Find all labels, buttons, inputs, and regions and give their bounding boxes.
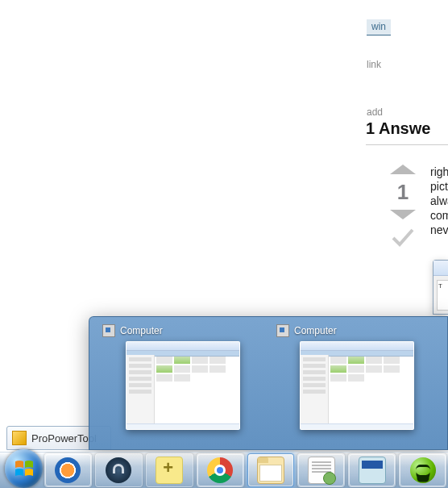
tab-favicon: [12, 431, 27, 445]
chrome-icon: [207, 457, 233, 483]
thumbnail-item[interactable]: Computer: [276, 323, 438, 430]
share-link[interactable]: link: [367, 58, 448, 72]
sticky-note-icon: [156, 457, 183, 484]
thumbnail-title: Computer: [120, 325, 163, 336]
taskbar-button-console[interactable]: [348, 453, 396, 487]
spotify-icon: [410, 457, 436, 483]
folder-icon: [257, 457, 284, 484]
notepad-icon: [308, 457, 335, 484]
tag-chip[interactable]: win: [367, 19, 391, 35]
taskbar-button-wmp[interactable]: [44, 453, 92, 487]
answer-body: righ pictu alwa com nev: [430, 165, 448, 237]
taskbar-thumbnail-flyout: Computer Computer: [89, 316, 448, 450]
downvote-button[interactable]: [390, 210, 416, 219]
computer-icon: [102, 324, 115, 337]
windows-logo-icon: [13, 457, 35, 480]
start-button[interactable]: [5, 449, 43, 488]
background-window-sliver: T: [433, 260, 448, 315]
thumbnail-title: Computer: [294, 325, 337, 336]
media-player-icon: [55, 457, 81, 483]
taskbar-button-explorer[interactable]: [247, 453, 295, 487]
taskbar-button-sticky[interactable]: [146, 453, 193, 487]
thumbnail-item[interactable]: Computer: [102, 323, 263, 430]
console-icon: [359, 457, 386, 484]
vote-score: 1: [387, 177, 419, 206]
window-thumbnail[interactable]: [126, 341, 240, 430]
taskbar-button-spotify[interactable]: [399, 453, 446, 487]
taskbar-button-chrome[interactable]: [197, 453, 244, 487]
taskbar-button-lock[interactable]: [95, 453, 143, 487]
taskbar-button-notepadpp[interactable]: [297, 453, 345, 487]
vote-controls: 1: [387, 165, 419, 255]
computer-icon: [276, 324, 289, 337]
tab-label: ProPowerTool: [31, 432, 97, 444]
lock-icon: [106, 457, 131, 483]
upvote-button[interactable]: [390, 165, 416, 174]
question-meta-column: win link add: [367, 0, 448, 119]
taskbar: [0, 452, 448, 488]
answers-header: 1 Answe: [366, 117, 448, 145]
accept-check-icon[interactable]: [390, 224, 416, 250]
window-thumbnail[interactable]: [300, 341, 414, 430]
